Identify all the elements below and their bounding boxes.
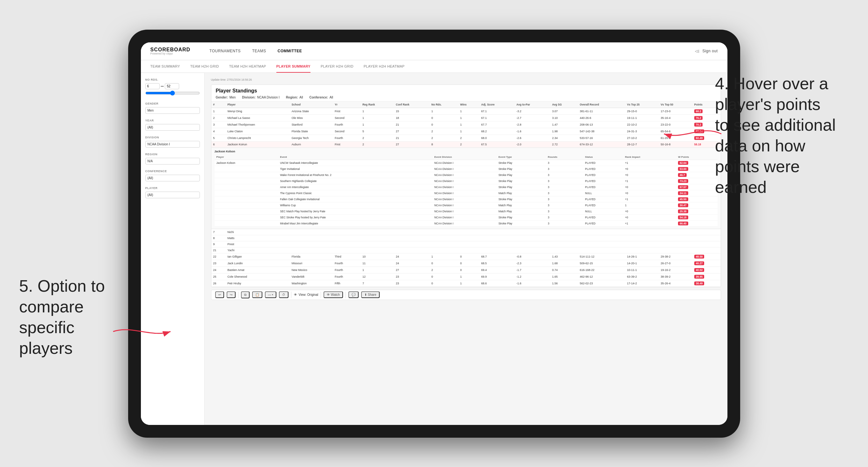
- tooltip-event-row: Tiger Invitational NCAA Division I Strok…: [215, 166, 717, 172]
- nav-teams[interactable]: TEAMS: [252, 48, 266, 55]
- no-rds-label: No Rds.: [145, 78, 200, 81]
- separator-button[interactable]: — •: [265, 291, 276, 298]
- tooltip-event-row: The Cypress Point Classic NCAA Division …: [215, 190, 717, 196]
- tab-player-summary[interactable]: PLAYER SUMMARY: [276, 61, 310, 73]
- sidebar-division: Division NCAA Division I: [145, 136, 200, 148]
- conference-label: Conference: [145, 169, 200, 173]
- content-area: Update time: 27/01/2024 16:56:26 Player …: [205, 73, 727, 425]
- tablet-screen: SCOREBOARD Powered by clippi TOURNAMENTS…: [141, 42, 727, 425]
- tooltip-event-row: Amer Am Intercollegiate NCAA Division I …: [215, 184, 717, 190]
- region-label: Region: [145, 153, 200, 156]
- year-select[interactable]: (All): [145, 124, 200, 131]
- gender-select[interactable]: Men Women All: [145, 107, 200, 114]
- redo-button[interactable]: ↪: [227, 291, 236, 298]
- no-rds-slider[interactable]: [145, 91, 200, 96]
- share-button[interactable]: ⬆ Share: [361, 291, 379, 298]
- nav-right: ◁ | Sign out: [695, 48, 718, 55]
- player-standings-table: # Player School Yr Reg Rank Conf Rank No…: [211, 101, 721, 287]
- col-yr: Yr: [333, 101, 361, 108]
- tooltip-event-row: Williams Cup NCAA Division I Match Play …: [215, 202, 717, 208]
- annotation-right-number: 4.: [715, 74, 729, 93]
- paste-button[interactable]: 📋: [252, 291, 262, 298]
- sign-out-link[interactable]: Sign out: [702, 48, 717, 55]
- filter-region: Region: All: [286, 96, 303, 99]
- division-select[interactable]: NCAA Division I: [145, 141, 200, 148]
- sidebar-region: Region N/A: [145, 153, 200, 164]
- sidebar: No Rds. – Gender Men Women: [141, 73, 205, 425]
- filter-division: Division: NCAA Division I: [242, 96, 280, 99]
- tooltip-event-row: SEC Stroke Play hosted by Jerry Pate NCA…: [215, 214, 717, 220]
- year-label: Year: [145, 119, 200, 122]
- tooltip-event-row: Mirabel Maui Jim Intercollegiate NCAA Di…: [215, 220, 717, 226]
- table-row: 4 Luke Claton Florida State Second 5 27 …: [211, 128, 721, 134]
- no-rds-range: –: [145, 83, 200, 89]
- annotation-left-number: 5.: [19, 277, 33, 295]
- tooltip-events-table: Player Event Event Division Event Type R…: [215, 154, 717, 227]
- arrow-left-svg: [110, 322, 174, 341]
- player-select[interactable]: (All): [145, 192, 200, 198]
- tab-team-summary[interactable]: TEAM SUMMARY: [151, 61, 180, 73]
- tab-player-h2h-heatmap[interactable]: PLAYER H2H HEATMAP: [364, 61, 404, 73]
- tab-player-h2h-grid[interactable]: PLAYER H2H GRID: [321, 61, 353, 73]
- table-header: Player Standings Gender: Men Division: N…: [211, 85, 721, 101]
- nav-tournaments[interactable]: TOURNAMENTS: [210, 48, 241, 55]
- tooltip-row: Jackson Kolson Player Event Event Divisi…: [211, 147, 721, 229]
- annotation-left: 5. Option to compare specific players: [19, 276, 127, 359]
- logo-area: SCOREBOARD Powered by clippi: [151, 47, 191, 55]
- filter-row: Gender: Men Division: NCAA Division I Re…: [216, 96, 716, 99]
- col-adj-score: Adj. Score: [479, 101, 515, 108]
- table-row: 5 Christo Lamprecht Georgia Tech Fourth …: [211, 134, 721, 141]
- arrow-right-svg: [658, 121, 728, 147]
- col-rank: #: [211, 101, 226, 108]
- clock-button[interactable]: ⏱: [279, 291, 288, 298]
- tooltip-event-row: Wake Forest Invitational at Pinehurst No…: [215, 172, 717, 178]
- col-school: School: [290, 101, 333, 108]
- copy-button[interactable]: ⧉: [241, 291, 250, 299]
- nav-committee[interactable]: COMMITTEE: [278, 48, 302, 55]
- table-row: 24 Bastien Amat New Mexico Fourth 1 27 2…: [211, 267, 721, 273]
- col-vs-top25: Vs Top 25: [625, 101, 658, 108]
- watch-button[interactable]: 👁 Watch: [323, 291, 343, 298]
- conference-select[interactable]: (All): [145, 175, 200, 181]
- view-original-label: View: Original: [299, 293, 318, 297]
- logo-title: SCOREBOARD: [151, 47, 191, 52]
- sidebar-conference: Conference (All): [145, 169, 200, 181]
- region-select[interactable]: N/A: [145, 158, 200, 164]
- update-time: Update time: 27/01/2024 16:56:26: [211, 78, 721, 81]
- table-title: Player Standings: [216, 88, 716, 94]
- table-row: 23 Jack Lundin Missouri Fourth 11 24 0 0…: [211, 260, 721, 267]
- logo-subtitle: Powered by clippi: [151, 52, 191, 55]
- comment-button[interactable]: 💬: [348, 291, 359, 298]
- undo-button[interactable]: ↩: [215, 291, 224, 298]
- tooltip-event-row: Jackson Kolson UNCW Seahawk Intercollegi…: [215, 160, 717, 166]
- tab-team-h2h-grid[interactable]: TEAM H2H GRID: [190, 61, 219, 73]
- table-row: 7 Nichi: [211, 229, 721, 235]
- tab-team-h2h-heatmap[interactable]: TEAM H2H HEATMAP: [229, 61, 266, 73]
- col-no-rds: No Rds.: [429, 101, 458, 108]
- table-row: 9 Prest: [211, 241, 721, 247]
- toolbar-sep-1: [238, 292, 239, 298]
- nav-links: TOURNAMENTS TEAMS COMMITTEE: [210, 48, 302, 55]
- table-row: 25 Cole Sherwood Vanderbilt Fourth 12 23…: [211, 273, 721, 280]
- toolbar-sep-4: [345, 292, 346, 298]
- table-row: 1 Wenyi Ding Arizona State First 1 15 1 …: [211, 108, 721, 115]
- bottom-toolbar: ↩ ↪ ⧉ 📋 — • ⏱ 👁 View: Original 👁: [211, 290, 721, 300]
- col-conf-rank: Conf Rank: [394, 101, 430, 108]
- annotation-right: 4. Hover over a player's points to see a…: [715, 73, 836, 198]
- tooltip-event-row: Fallen Oak Collegiate Invitational NCAA …: [215, 196, 717, 202]
- navbar: SCOREBOARD Powered by clippi TOURNAMENTS…: [141, 42, 727, 60]
- no-rds-from[interactable]: [145, 83, 160, 89]
- view-original[interactable]: 👁 View: Original: [294, 293, 318, 297]
- sidebar-year: Year (All): [145, 119, 200, 131]
- tablet-frame: SCOREBOARD Powered by clippi TOURNAMENTS…: [128, 30, 740, 438]
- filter-gender: Gender: Men: [216, 96, 236, 99]
- col-avg-to-par: Avg to-Par: [515, 101, 550, 108]
- table-row: 22 Ian Gilligan Florida Third 10 24 1 0 …: [211, 253, 721, 260]
- no-rds-to[interactable]: [165, 83, 179, 89]
- table-row: 21 Yachi: [211, 247, 721, 253]
- sidebar-gender: Gender Men Women All: [145, 102, 200, 114]
- gender-label: Gender: [145, 102, 200, 105]
- tooltip-event-row: SEC Match Play hosted by Jerry Pate NCAA…: [215, 208, 717, 214]
- table-container: Player Standings Gender: Men Division: N…: [211, 85, 721, 287]
- col-vs-top50: Vs Top 50: [658, 101, 692, 108]
